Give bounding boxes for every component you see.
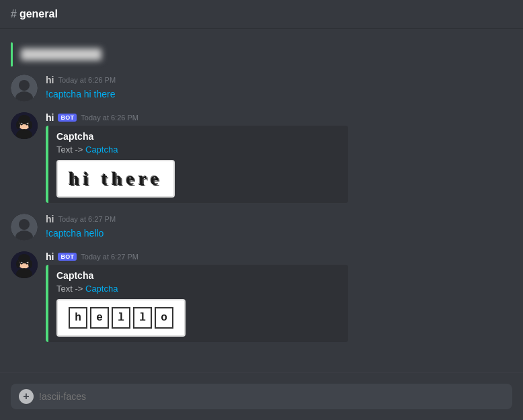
timestamp: Today at 6:26 PM <box>81 114 138 122</box>
svg-point-21 <box>28 260 32 268</box>
captcha-letter: e <box>90 307 109 329</box>
username: hi <box>46 75 54 85</box>
avatar <box>11 251 38 278</box>
message-group: hi Today at 6:27 PM !captcha hello <box>0 211 523 243</box>
svg-point-6 <box>18 115 30 124</box>
embed: Captcha Text -> Captcha h e l l o <box>46 265 348 342</box>
message-content: hi BOT Today at 6:26 PM Captcha Text -> … <box>46 112 512 203</box>
message-text: !captcha hi there <box>46 88 512 101</box>
username: hi <box>46 214 54 224</box>
captcha-letter: l <box>133 307 152 329</box>
embed-description: Text -> Captcha <box>56 284 340 294</box>
embed-title: Captcha <box>56 131 340 142</box>
input-area: + <box>0 378 523 420</box>
svg-point-25 <box>27 262 28 263</box>
avatar-image <box>11 251 38 278</box>
channel-header: #general <box>0 0 523 29</box>
avatar <box>11 112 38 139</box>
svg-point-11 <box>22 123 23 124</box>
captcha-letter: l <box>112 307 130 329</box>
svg-point-1 <box>19 80 30 91</box>
channel-title: #general <box>11 8 58 20</box>
svg-point-24 <box>22 262 23 263</box>
embed-text-label: Text -> <box>56 144 85 155</box>
command-prefix: !captcha <box>46 89 84 99</box>
svg-point-20 <box>16 260 20 268</box>
username: hi <box>46 112 54 123</box>
svg-point-8 <box>28 121 32 129</box>
stub-bar <box>11 42 13 67</box>
captcha-image-2: h e l l o <box>56 299 186 337</box>
svg-point-12 <box>27 123 28 124</box>
avatar-image <box>11 75 38 101</box>
divider <box>0 372 523 373</box>
bot-badge: BOT <box>58 114 77 122</box>
message-content: hi BOT Today at 6:27 PM Captcha Text -> … <box>46 251 512 342</box>
message-header: hi BOT Today at 6:27 PM <box>46 251 512 262</box>
message-input[interactable] <box>39 391 504 402</box>
timestamp: Today at 6:27 PM <box>58 215 116 223</box>
message-content: hi Today at 6:27 PM !captcha hello <box>46 214 512 241</box>
input-box: + <box>11 384 512 409</box>
embed-captcha-label: Captcha <box>85 284 118 294</box>
captcha-image-1: hi there <box>56 160 175 198</box>
timestamp: Today at 6:27 PM <box>81 253 138 261</box>
command-args: hello <box>84 228 104 239</box>
message-text: !captcha hello <box>46 227 512 241</box>
bot-badge: BOT <box>58 253 77 261</box>
message-group: hi BOT Today at 6:27 PM Captcha Text -> … <box>0 249 523 345</box>
message-group: hi Today at 6:26 PM !captcha hi there <box>0 72 523 104</box>
svg-point-14 <box>19 219 30 230</box>
svg-point-19 <box>18 254 30 263</box>
embed-text-label: Text -> <box>56 284 85 294</box>
command-prefix: !captcha <box>46 228 84 239</box>
captcha-text-1: hi there <box>69 168 163 189</box>
embed: Captcha Text -> Captcha hi there <box>46 126 348 203</box>
captcha-letter: o <box>155 307 173 329</box>
command-args: hi there <box>84 89 116 99</box>
add-file-button[interactable]: + <box>19 389 34 404</box>
message-header: hi Today at 6:26 PM <box>46 75 512 85</box>
captcha-letter: h <box>69 307 87 329</box>
stub-message <box>0 40 523 69</box>
avatar <box>11 214 38 241</box>
message-header: hi BOT Today at 6:26 PM <box>46 112 512 123</box>
channel-hash: # <box>11 8 17 19</box>
avatar <box>11 75 38 101</box>
embed-title: Captcha <box>56 270 340 281</box>
messages-container: hi Today at 6:26 PM !captcha hi there <box>0 29 523 367</box>
svg-point-7 <box>16 121 20 129</box>
blurred-content <box>21 48 102 60</box>
embed-captcha-label: Captcha <box>85 144 118 155</box>
username: hi <box>46 251 54 262</box>
captcha-hello: h e l l o <box>69 307 173 329</box>
timestamp: Today at 6:26 PM <box>58 76 116 84</box>
avatar-image <box>11 112 38 139</box>
avatar-image <box>11 214 38 241</box>
message-header: hi Today at 6:27 PM <box>46 214 512 224</box>
embed-description: Text -> Captcha <box>56 144 340 155</box>
message-group: hi BOT Today at 6:26 PM Captcha Text -> … <box>0 110 523 206</box>
message-content: hi Today at 6:26 PM !captcha hi there <box>46 75 512 101</box>
